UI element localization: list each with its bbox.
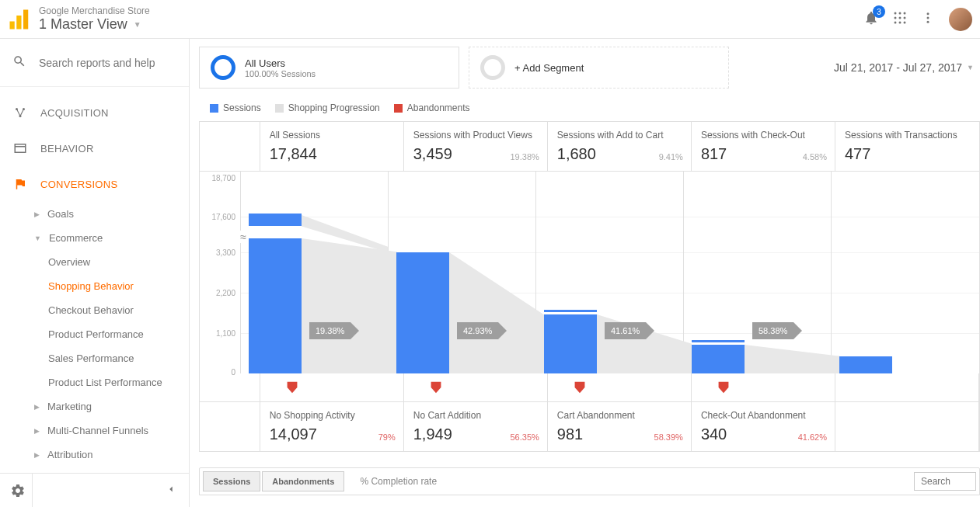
progression-pct: 58.38% [759,326,787,335]
sidebar-item-label: Multi-Channel Funnels [47,425,148,436]
add-segment-label: + Add Segment [514,62,584,74]
account-selector[interactable]: Google Merchandise Store 1 Master View▼ [39,5,150,33]
axis-tick: 0 [231,368,235,377]
y-axis: 18,700 17,600 ≈ 3,300 2,200 1,100 0 [200,172,241,373]
more-icon[interactable] [921,11,935,27]
sidebar-item-sales-performance[interactable]: Sales Performance [36,346,189,370]
stage-value: 477 [845,145,970,163]
swatch-icon [275,104,284,113]
funnel-stage-header[interactable]: Sessions with Product Views3,45919.38% [404,122,548,171]
progression-area [449,252,545,373]
admin-button[interactable] [3,474,33,508]
tab-abandonments[interactable]: Abandonments [262,471,344,491]
progression-tag: 42.93% [457,322,498,339]
legend-label: Shopping Progression [288,102,380,113]
search-input[interactable] [39,57,176,69]
svg-point-6 [895,17,897,19]
swatch-icon [210,104,218,113]
caret-right-icon: ▶ [34,427,40,435]
sidebar-item-ecommerce[interactable]: ▼Ecommerce [22,226,189,250]
notifications-button[interactable]: 3 [863,10,879,28]
search-icon [12,54,26,71]
legend-sessions[interactable]: Sessions [210,102,261,113]
progression-tag: 41.61% [605,322,646,339]
legend-abandonments[interactable]: Abandonments [394,102,470,113]
sidebar-item-shopping-behavior[interactable]: Shopping Behavior [36,274,189,298]
sidebar-item-label: Product List Performance [48,377,162,388]
sidebar-section-acquisition[interactable]: ACQUISITION [0,95,189,130]
sidebar-item-label: Goals [47,208,74,220]
funnel-stage-header[interactable]: Sessions with Transactions477 [835,122,979,171]
legend-label: Sessions [223,102,261,113]
sidebar-item-label: Product Performance [48,328,144,340]
axis-tick: 2,200 [216,289,235,297]
avatar[interactable] [949,8,972,31]
svg-point-8 [904,17,906,19]
axis-tick: 1,100 [216,329,235,338]
abandonment-arrow [260,373,404,401]
stage-label: Sessions with Transactions [845,130,970,141]
abandonment-pct: 56.35% [510,432,539,442]
sidebar-item-multi-channel[interactable]: ▶Multi-Channel Funnels [22,418,189,443]
progression-tag: 58.38% [752,322,793,339]
add-segment-button[interactable]: + Add Segment [469,47,729,89]
axis-tick: 17,600 [211,213,235,221]
abandonment-cell[interactable]: No Cart Addition1,94956.35% [404,402,548,451]
collapse-sidebar-button[interactable] [166,484,186,497]
svg-point-9 [895,22,897,24]
segment-all-users[interactable]: All Users 100.00% Sessions [199,47,459,89]
svg-point-14 [927,21,929,23]
sidebar-item-attribution[interactable]: ▶Attribution [22,443,189,467]
abandonment-label: Check-Out Abandonment [701,410,825,421]
sidebar-section-behavior[interactable]: BEHAVIOR [0,130,189,166]
abandonment-label: No Shopping Activity [270,410,394,421]
content-area: All Users 100.00% Sessions + Add Segment… [190,39,980,507]
funnel-bar-col: 19.38% [241,172,389,373]
abandonment-arrow [548,373,692,401]
top-bar: Google Merchandise Store 1 Master View▼ … [0,0,980,39]
legend-progression[interactable]: Shopping Progression [275,102,380,113]
axis-tick: 18,700 [211,174,235,182]
funnel-stage-header[interactable]: All Sessions17,844 [260,122,404,171]
funnel-bar-col: 58.38% [684,172,832,373]
funnel-stage-header[interactable]: Sessions with Check-Out8174.58% [692,122,835,171]
tab-sessions[interactable]: Sessions [203,471,260,491]
caret-right-icon: ▶ [34,403,40,411]
sidebar-item-overview[interactable]: Overview [36,250,189,274]
abandonment-cell[interactable]: No Shopping Activity14,09779% [260,402,404,451]
bar-segment [544,314,597,373]
abandonment-cell[interactable]: Check-Out Abandonment34041.62% [692,402,835,451]
bar-segment [249,238,302,373]
date-range-picker[interactable]: Jul 21, 2017 - Jul 27, 2017 ▼ [828,47,980,89]
svg-point-11 [904,22,906,24]
sidebar-item-label: Marketing [47,401,92,412]
stage-label: Sessions with Add to Cart [557,130,682,141]
caret-down-icon: ▼ [34,234,41,242]
sidebar-item-product-list-performance[interactable]: Product List Performance [36,370,189,394]
bar-segment [692,345,745,373]
segment-title: All Users [245,57,316,69]
caret-right-icon: ▶ [34,451,40,459]
progression-area [745,345,840,373]
apps-icon[interactable] [893,11,907,27]
abandonment-cell[interactable]: Cart Abandonment98158.39% [548,402,692,451]
sidebar-label: BEHAVIOR [40,143,94,155]
abandonment-pct: 41.62% [798,432,827,442]
abandonment-value: 14,097 [270,425,394,443]
abandonment-arrow [692,373,835,401]
sidebar-item-checkout-behavior[interactable]: Checkout Behavior [36,298,189,322]
axis-tick: 3,300 [216,248,235,257]
funnel-stage-header[interactable]: Sessions with Add to Cart1,6809.41% [548,122,692,171]
sidebar-item-goals[interactable]: ▶Goals [22,202,189,226]
acquisition-icon [12,106,28,120]
sidebar-item-marketing[interactable]: ▶Marketing [22,394,189,418]
sidebar-item-product-performance[interactable]: Product Performance [36,322,189,346]
sidebar-section-conversions[interactable]: CONVERSIONS [0,166,189,202]
stage-label: All Sessions [270,130,394,141]
bar-segment [396,252,449,373]
table-search-input[interactable] [914,472,976,491]
notification-badge: 3 [873,5,885,18]
stage-label: Sessions with Check-Out [701,130,825,141]
legend-label: Abandonments [407,102,470,113]
sidebar-item-label: Checkout Behavior [48,304,134,316]
